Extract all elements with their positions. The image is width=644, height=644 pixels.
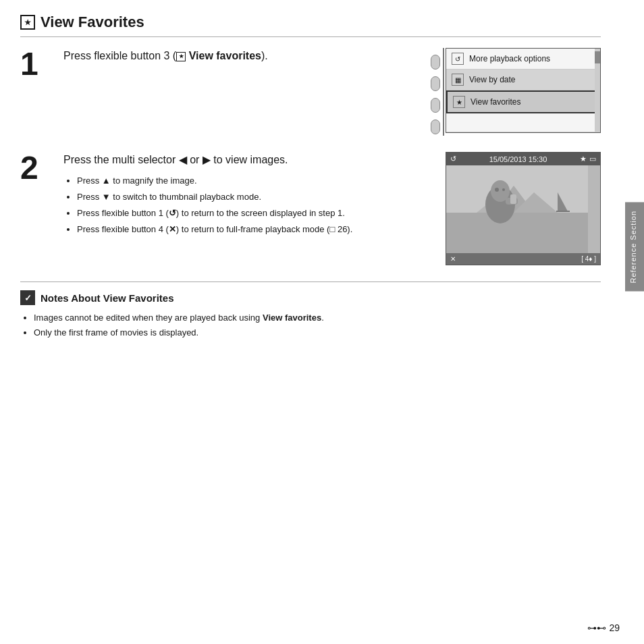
note-1: Images cannot be edited when they are pl… [34, 311, 601, 325]
camera-side-btn-4 [431, 119, 440, 134]
bullet-return-step1: Press flexible button 1 (↺) to return to… [77, 206, 429, 221]
camera-side-btn-3 [431, 98, 440, 113]
bullet-return-fullframe: Press flexible button 4 (✕) to return to… [77, 222, 429, 237]
reference-section-tab: Reference Section [625, 203, 644, 292]
page-title: View Favorites [41, 14, 144, 31]
binocular-icon: ⊶⊷ [587, 622, 606, 633]
menu-icon-star: ★ [453, 96, 465, 108]
menu-label-view-by-date: View by date [469, 75, 516, 84]
svg-rect-12 [510, 194, 516, 204]
cam2-back-symbol: ↺ [450, 155, 456, 163]
cam2-image-area [446, 165, 600, 253]
menu-row-more-playback: ↺ More playback options [446, 49, 600, 70]
notes-section: ✓ Notes About View Favorites Images cann… [20, 281, 601, 340]
title-icon: ★ [20, 15, 35, 30]
step1-inline-icon: ★ [176, 52, 186, 61]
camera-screen-step1: ↺ More playback options ▦ View by date ★… [446, 48, 601, 133]
page-number: 29 [609, 622, 620, 633]
note-1-bold: View favorites [263, 313, 321, 323]
bullet-magnify: Press ▲ to magnify the image. [77, 173, 429, 188]
step-1-row: 1 Press flexible button 3 (★ View favori… [20, 48, 601, 136]
note-2: Only the first frame of movies is displa… [34, 325, 601, 340]
step-1-content: Press flexible button 3 (★ View favorite… [63, 48, 414, 70]
menu-icon-calendar: ▦ [452, 74, 464, 86]
cam2-x: ✕ [450, 255, 456, 263]
step-2-row: 2 Press the multi selector ◀ or ▶ to vie… [20, 152, 601, 265]
step-2-number: 2 [20, 152, 47, 184]
notes-title: Notes About View Favorites [41, 292, 174, 304]
page-footer: ⊶⊷ 29 [587, 622, 620, 633]
step-2-illustration: ↺ 15/05/2013 15:30 ★ ▭ [446, 152, 601, 265]
bullet-thumbnail: Press ▼ to switch to thumbnail playback … [77, 190, 429, 205]
svg-rect-6 [556, 211, 570, 212]
step-2-content: Press the multi selector ◀ or ▶ to view … [63, 152, 429, 238]
camera-side-btn-1 [431, 55, 440, 70]
cam2-star: ★ [580, 155, 587, 163]
svg-point-9 [495, 188, 499, 192]
menu-row-empty [446, 113, 600, 132]
step-1-illustration: ↺ More playback options ▦ View by date ★… [431, 48, 601, 136]
cam2-battery: ▭ [589, 155, 596, 163]
notes-title-row: ✓ Notes About View Favorites [20, 290, 601, 305]
notes-bullets: Images cannot be edited when they are pl… [20, 311, 601, 340]
menu-icon-back: ↺ [452, 53, 464, 65]
page-title-row: ★ View Favorites [20, 14, 601, 37]
step-2-instruction: Press the multi selector ◀ or ▶ to view … [63, 152, 429, 168]
menu-row-view-favorites: ★ View favorites [446, 90, 600, 113]
cam2-header: ↺ 15/05/2013 15:30 ★ ▭ [446, 153, 600, 165]
step-1-number: 1 [20, 48, 47, 80]
menu-row-view-by-date: ▦ View by date [446, 70, 600, 90]
cam2-footer: ✕ [ 4♦ ] [446, 253, 600, 265]
notes-icon: ✓ [20, 290, 35, 305]
cam2-frame-info: [ 4♦ ] [581, 255, 596, 263]
svg-point-10 [502, 188, 505, 191]
step-2-bullets: Press ▲ to magnify the image. Press ▼ to… [63, 173, 429, 237]
cam2-timestamp: 15/05/2013 15:30 [489, 155, 547, 163]
menu-label-more-playback: More playback options [469, 54, 550, 63]
step-1-instruction: Press flexible button 3 (★ View favorite… [63, 48, 414, 64]
menu-label-view-favorites: View favorites [471, 97, 520, 107]
step1-bold-label: View favorites [189, 50, 261, 61]
svg-rect-4 [446, 213, 588, 253]
camera-screen-step2: ↺ 15/05/2013 15:30 ★ ▭ [446, 152, 601, 265]
camera-side-btn-2 [431, 76, 440, 91]
reference-section-label: Reference Section [629, 211, 637, 284]
